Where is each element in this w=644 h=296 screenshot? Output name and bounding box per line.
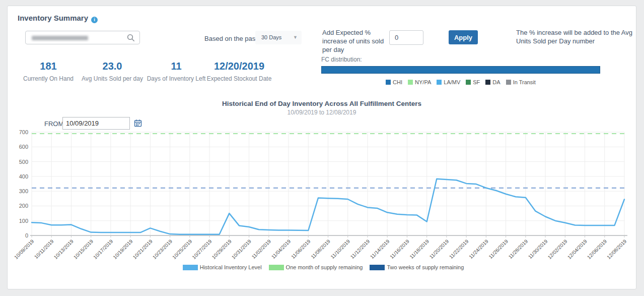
inventory-history-line-chart: 010020030040050060070010/09/201910/11/20…: [10, 129, 636, 264]
y-axis-tick-label: 500: [19, 159, 28, 165]
x-axis-tick-label: 10/29/2019: [211, 238, 233, 260]
legend-item: One month of supply remaining: [269, 264, 363, 270]
x-axis-tick-label: 12/04/2019: [566, 238, 588, 260]
x-axis-tick-label: 12/06/2019: [586, 238, 608, 260]
x-axis-tick-label: 11/28/2019: [508, 238, 529, 260]
stat-currently-on-hand: 181 Currently On Hand: [18, 61, 79, 82]
x-axis-tick-label: 11/26/2019: [487, 238, 509, 260]
stat-value: 11: [143, 61, 209, 72]
x-axis-tick-label: 10/11/2019: [33, 238, 55, 260]
legend-item: NY/PA: [408, 79, 431, 85]
based-on-past-label: Based on the past: [204, 35, 257, 42]
fc-distribution-legend: CHINY/PALA/MVSFDAIn Transit: [321, 79, 600, 85]
x-axis-tick-label: 11/18/2019: [408, 238, 430, 260]
legend-item: LA/MV: [437, 79, 460, 85]
stat-days-of-inventory-left: 11 Days of Inventory Left: [143, 61, 209, 82]
x-axis-tick-label: 10/15/2019: [73, 238, 94, 260]
x-axis-tick-label: 11/30/2019: [527, 238, 549, 260]
stat-value: 181: [18, 61, 79, 72]
legend-swatch: [485, 80, 490, 85]
search-redacted-value: [32, 36, 88, 40]
x-axis-tick-label: 10/09/2019: [13, 238, 35, 260]
legend-item: SF: [466, 79, 480, 85]
legend-item: CHI: [386, 79, 402, 85]
legend-label: DA: [492, 79, 500, 85]
page-title-text: Inventory Summary: [18, 14, 88, 22]
stat-label: Currently On Hand: [18, 75, 79, 82]
x-axis-tick-label: 11/24/2019: [468, 238, 489, 260]
legend-swatch: [506, 80, 511, 85]
y-axis-tick-label: 600: [19, 144, 28, 150]
legend-label: In Transit: [513, 79, 536, 85]
legend-label: SF: [473, 79, 480, 85]
chart-title: Historical End of Day Inventory Across A…: [8, 100, 636, 107]
search-icon[interactable]: [127, 34, 135, 42]
x-axis-tick-label: 11/14/2019: [369, 238, 391, 260]
x-axis-tick-label: 11/12/2019: [349, 238, 371, 260]
product-search-input[interactable]: [25, 31, 140, 44]
stat-label: Expected Stockout Date: [203, 75, 275, 82]
y-axis-tick-label: 0: [25, 232, 28, 239]
x-axis-tick-label: 10/17/2019: [92, 238, 114, 260]
x-axis-tick-label: 10/21/2019: [132, 238, 154, 260]
legend-swatch: [408, 80, 413, 85]
stat-avg-units-sold: 23.0 Avg Units Sold per day: [79, 61, 146, 82]
legend-swatch: [269, 265, 284, 270]
legend-label: Historical Inventory Level: [200, 264, 262, 270]
legend-swatch: [437, 80, 442, 85]
fc-distribution-label: FC distribution:: [321, 56, 362, 63]
chart-legend: Historical Inventory LevelOne month of s…: [10, 264, 636, 270]
x-axis-tick-label: 11/06/2019: [290, 238, 312, 260]
from-date-label: FROM: [44, 120, 63, 128]
increase-percent-input[interactable]: [389, 30, 423, 45]
x-axis-tick-label: 11/10/2019: [330, 238, 351, 260]
calendar-icon[interactable]: [134, 119, 142, 127]
legend-label: CHI: [393, 79, 402, 85]
legend-label: LA/MV: [444, 79, 460, 85]
x-axis-tick-label: 11/20/2019: [428, 238, 450, 260]
info-icon[interactable]: i: [91, 17, 98, 23]
legend-label: One month of supply remaining: [286, 264, 363, 270]
from-date-input[interactable]: [62, 117, 130, 130]
x-axis-tick-label: 10/23/2019: [152, 238, 173, 260]
x-axis-tick-label: 10/31/2019: [231, 238, 252, 260]
chart-subtitle: 10/09/2019 to 12/08/2019: [8, 109, 636, 116]
x-axis-tick-label: 11/16/2019: [389, 238, 410, 260]
x-axis-tick-label: 11/02/2019: [251, 238, 272, 260]
x-axis-tick-label: 10/27/2019: [191, 238, 212, 260]
legend-label: Two weeks of supply remaining: [387, 264, 464, 270]
legend-swatch: [466, 80, 471, 85]
stat-label: Avg Units Sold per day: [79, 75, 146, 82]
legend-item: Historical Inventory Level: [183, 264, 262, 270]
page-title: Inventory Summaryi: [18, 14, 98, 23]
x-axis-tick-label: 11/08/2019: [310, 238, 331, 260]
x-axis-tick-label: 10/25/2019: [171, 238, 193, 260]
stat-value: 12/20/2019: [203, 61, 275, 72]
y-axis-tick-label: 700: [19, 129, 28, 135]
stat-expected-stockout-date: 12/20/2019 Expected Stockout Date: [203, 61, 275, 82]
chevron-down-icon: ▼: [293, 31, 298, 44]
y-axis-tick-label: 100: [19, 218, 28, 224]
legend-swatch: [183, 265, 198, 270]
x-axis-tick-label: 10/19/2019: [112, 238, 133, 260]
fc-distribution-bar: [321, 66, 600, 74]
x-axis-tick-label: 12/08/2019: [606, 238, 627, 260]
y-axis-tick-label: 200: [19, 203, 28, 209]
x-axis-tick-label: 11/04/2019: [270, 238, 292, 260]
legend-swatch: [386, 80, 391, 85]
x-axis-tick-label: 12/02/2019: [547, 238, 568, 260]
y-axis-tick-label: 400: [19, 173, 28, 180]
x-axis-tick-label: 10/13/2019: [53, 238, 75, 260]
apply-button[interactable]: Apply: [449, 30, 478, 44]
x-axis-tick-label: 11/22/2019: [448, 238, 470, 260]
stat-label: Days of Inventory Left: [143, 75, 209, 82]
y-axis-tick-label: 300: [19, 188, 28, 194]
period-select-value: 30 Days: [261, 34, 281, 40]
period-select[interactable]: 30 Days ▼: [255, 31, 302, 44]
legend-label: NY/PA: [415, 79, 431, 85]
increase-label: Add Expected % increase of units sold pe…: [322, 28, 394, 54]
inventory-summary-page: Inventory Summaryi Based on the past 30 …: [0, 0, 644, 296]
legend-item: In Transit: [506, 79, 536, 85]
legend-item: Two weeks of supply remaining: [370, 264, 464, 270]
increase-helper-text: The % increase will be added to the Avg …: [516, 28, 638, 45]
